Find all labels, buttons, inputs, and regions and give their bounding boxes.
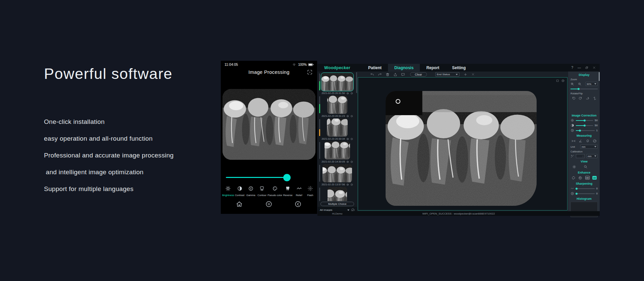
clear-button[interactable]: Clear xyxy=(410,72,427,77)
home-icon[interactable] xyxy=(236,200,243,208)
tab-report[interactable]: Report xyxy=(420,64,446,72)
xray-thumbnail[interactable] xyxy=(321,73,353,91)
target-icon[interactable] xyxy=(350,160,353,163)
magnifier-icon[interactable] xyxy=(584,165,588,169)
denoise-slider[interactable] xyxy=(576,192,595,195)
hd-mode-active-icon[interactable]: HD xyxy=(592,176,597,180)
minimize-button[interactable]: — xyxy=(578,66,581,69)
fullscreen-icon[interactable] xyxy=(307,69,313,75)
tab-diagnosis[interactable]: Diagnosis xyxy=(388,64,420,72)
feature-item: Professional and accurate image processi… xyxy=(44,147,174,164)
pseudo-color-icon[interactable] xyxy=(572,176,576,180)
gamma-slider[interactable] xyxy=(576,129,595,132)
add-status-button[interactable] xyxy=(464,73,467,76)
rotate-left-icon[interactable] xyxy=(572,96,576,100)
adjust-icon[interactable] xyxy=(346,183,349,186)
thumbnail-row[interactable]: 2021-02-23 20:31:23 xyxy=(317,95,357,118)
slider-knob[interactable] xyxy=(283,174,291,181)
target-icon[interactable] xyxy=(350,138,353,140)
adjust-icon[interactable] xyxy=(346,160,349,163)
gamma-value[interactable]: 1 xyxy=(596,129,598,132)
brightness-slider[interactable] xyxy=(576,119,593,122)
zoom-in-icon[interactable] xyxy=(571,82,574,86)
adjust-icon[interactable] xyxy=(346,115,349,118)
hd-mode-icon[interactable]: HD xyxy=(585,176,590,180)
tool-brightness[interactable]: Brightness xyxy=(222,186,234,197)
denoise-value[interactable]: 0 xyxy=(596,192,598,195)
calibration-unit-select[interactable]: mm xyxy=(586,154,598,158)
tool-reverse[interactable]: Reverse xyxy=(282,186,293,197)
export-icon[interactable] xyxy=(393,73,397,77)
xray-thumbnail[interactable] xyxy=(327,96,347,114)
area-measure-icon[interactable] xyxy=(586,139,590,143)
target-icon[interactable] xyxy=(350,183,353,186)
calibration-icon[interactable] xyxy=(571,154,574,158)
maximize-image-icon[interactable] xyxy=(556,79,559,82)
brightness-value[interactable]: 50 xyxy=(595,119,598,122)
close-image-icon[interactable] xyxy=(561,79,564,82)
calibration-input[interactable]: : xyxy=(576,154,585,158)
main-xray-image[interactable] xyxy=(386,91,537,206)
target-icon[interactable] xyxy=(350,115,353,118)
back-icon[interactable] xyxy=(294,200,302,208)
tab-setting[interactable]: Setting xyxy=(446,64,472,72)
zoom-slider[interactable] xyxy=(571,87,598,91)
thumbnail-row[interactable]: 2021-02-20 14:30:05 xyxy=(317,141,357,163)
help-button[interactable]: ? xyxy=(571,66,573,69)
viewer-column: Clear End Status xyxy=(357,72,568,211)
xray-thumbnail[interactable] xyxy=(327,119,348,137)
undo-icon[interactable] xyxy=(370,73,374,77)
tool-flash[interactable]: Flash xyxy=(305,186,316,197)
recent-apps-icon[interactable] xyxy=(265,200,273,208)
xray-thumbnail[interactable] xyxy=(323,164,352,182)
light-icon[interactable] xyxy=(572,165,576,169)
angle-measure-icon[interactable] xyxy=(579,139,583,143)
palette-icon xyxy=(272,186,278,191)
xray-thumbnail[interactable] xyxy=(328,187,347,201)
denoise-icon[interactable] xyxy=(578,176,582,180)
flip-horizontal-icon[interactable] xyxy=(586,96,590,100)
unit-select[interactable]: mm xyxy=(580,145,598,149)
thumbnail-row[interactable]: 2021-02-20 13:57:56 xyxy=(317,163,357,186)
xray-thumbnail[interactable] xyxy=(325,141,350,159)
zoom-out-icon[interactable] xyxy=(578,82,582,86)
tab-patient[interactable]: Patient xyxy=(362,64,388,72)
sharpen-slider[interactable] xyxy=(576,187,595,190)
connection-status: WIFI_OPEN_SUCCESS : woodpecker@i-scan666… xyxy=(317,212,600,215)
image-viewer[interactable] xyxy=(358,77,567,210)
end-status-dropdown[interactable]: End Status xyxy=(435,72,459,77)
close-icon[interactable] xyxy=(593,66,596,69)
tool-contrast[interactable]: Contrast xyxy=(234,186,245,197)
tool-gamma[interactable]: Gamma xyxy=(245,186,256,197)
rotate-right-icon[interactable] xyxy=(579,96,583,100)
annotation-circle[interactable] xyxy=(396,99,400,104)
delete-icon[interactable] xyxy=(386,73,390,77)
zoom-level-select[interactable]: 90% xyxy=(585,82,598,86)
tool-contour[interactable]: Contour xyxy=(256,186,267,197)
slider-track[interactable] xyxy=(226,177,290,178)
brightness-slider[interactable] xyxy=(226,174,290,182)
tool-pseudo-color[interactable]: Pseudo color xyxy=(267,186,282,197)
flip-vertical-icon[interactable] xyxy=(593,96,597,100)
restore-icon[interactable] xyxy=(585,66,588,69)
sharpen-value[interactable]: 0 xyxy=(596,187,598,190)
length-measure-icon[interactable] xyxy=(572,139,576,143)
remove-status-button[interactable] xyxy=(472,73,475,76)
target-icon[interactable] xyxy=(350,92,353,95)
thumbnail-row[interactable]: 2021-02-23 20:31:50 xyxy=(317,72,357,95)
thumbnail-row[interactable]: 2021-02-23 20:30:34 xyxy=(317,118,357,141)
thumbnail-row[interactable] xyxy=(317,186,357,201)
contrast-value[interactable]: 50 xyxy=(595,124,598,127)
tool-relief[interactable]: Relief xyxy=(293,186,304,197)
panel-scrollbar[interactable] xyxy=(599,72,600,81)
comment-icon[interactable] xyxy=(401,73,405,77)
multiple-choice-button[interactable]: Multiple Choice xyxy=(320,202,354,206)
adjust-icon[interactable] xyxy=(346,92,349,95)
sidebar-scrollbar[interactable] xyxy=(356,72,357,93)
contrast-icon xyxy=(237,186,243,191)
contrast-slider[interactable] xyxy=(576,124,593,127)
redo-icon[interactable] xyxy=(378,73,382,77)
curve-measure-icon[interactable] xyxy=(593,139,597,143)
adjust-icon[interactable] xyxy=(346,138,349,140)
phone-xray-image[interactable] xyxy=(222,89,315,160)
